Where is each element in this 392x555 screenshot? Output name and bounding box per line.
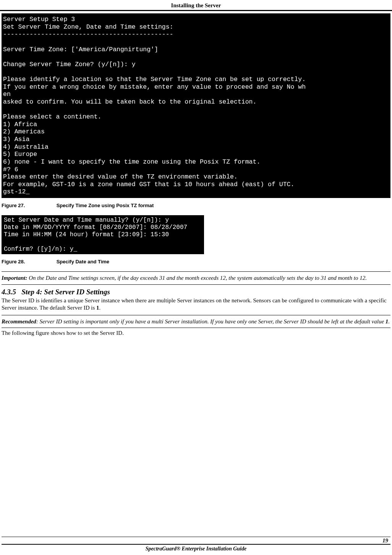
section-number: 4.3.5 <box>2 288 16 296</box>
important-note: Important: On the Date and Time settings… <box>2 274 390 282</box>
important-label: Important: <box>2 275 28 281</box>
recommended-note: Recommended: Server ID setting is import… <box>2 318 390 325</box>
figure-28-caption: Figure 28. Specify Date and Time <box>2 259 390 265</box>
figure-number: Figure 28. <box>2 259 55 265</box>
figure-title: Specify Date and Time <box>57 259 109 265</box>
horizontal-rule <box>2 328 390 328</box>
page-footer: 19 SpectraGuard® Enterprise Installation… <box>0 537 392 555</box>
page-header: Installing the Server <box>0 0 392 11</box>
important-text: On the Date and Time settings screen, if… <box>28 275 367 281</box>
section-title: Step 4: Set Server ID Settings <box>21 288 110 296</box>
recommended-text-b: . <box>388 318 390 325</box>
figure-27-caption: Figure 27. Specify Time Zone using Posix… <box>2 203 390 208</box>
terminal-screenshot-1: Server Setup Step 3 Set Server Time Zone… <box>2 13 390 198</box>
recommended-text-a: : Server ID setting is important only if… <box>36 318 386 325</box>
body-paragraph-2: The following figure shows how to set th… <box>2 329 390 337</box>
horizontal-rule <box>2 284 390 285</box>
body-paragraph-1: The Server ID is identifies a unique Ser… <box>2 297 390 312</box>
figure-number: Figure 27. <box>2 203 55 208</box>
recommended-label: Recommended <box>2 318 36 325</box>
horizontal-rule <box>2 315 390 315</box>
horizontal-rule <box>2 271 390 272</box>
text-run: . <box>99 305 100 311</box>
figure-title: Specify Time Zone using Posix TZ format <box>57 203 154 208</box>
section-heading: 4.3.5 Step 4: Set Server ID Settings <box>2 288 390 296</box>
page-content: Server Setup Step 3 Set Server Time Zone… <box>0 13 392 337</box>
footer-guide-title: SpectraGuard® Enterprise Installation Gu… <box>2 544 390 555</box>
page-number: 19 <box>2 537 390 544</box>
header-title: Installing the Server <box>171 2 221 8</box>
text-run: The Server ID is identifies a unique Ser… <box>2 297 387 311</box>
terminal-screenshot-2: Set Server Date and Time manually? (y/[n… <box>2 215 204 254</box>
